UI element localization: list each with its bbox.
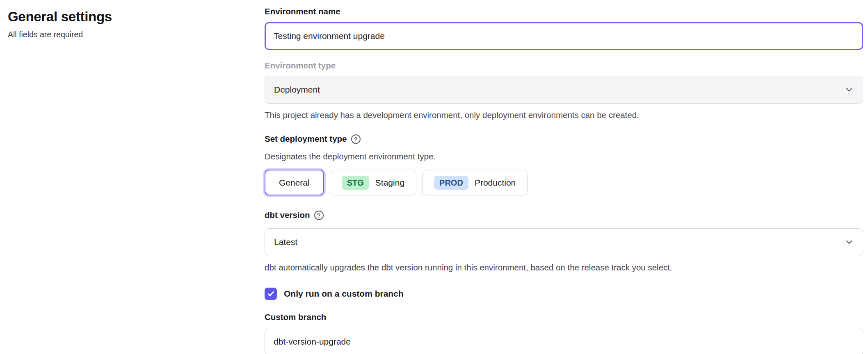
deployment-type-option-staging[interactable]: STG Staging [330, 170, 416, 195]
production-badge: PROD [434, 176, 468, 190]
settings-header: General settings All fields are required [8, 9, 112, 39]
environment-type-value: Deployment [274, 85, 320, 95]
staging-badge: STG [342, 176, 369, 190]
custom-branch-input[interactable] [265, 328, 863, 354]
custom-branch-toggle-row: Only run on a custom branch [265, 288, 863, 300]
deployment-type-option-production-label: Production [475, 178, 516, 188]
page-title: General settings [8, 9, 112, 25]
deployment-type-options: General STG Staging PROD Production [265, 170, 863, 195]
environment-name-input[interactable] [265, 22, 863, 50]
deployment-type-helper: Designates the deployment environment ty… [265, 151, 863, 162]
help-icon[interactable]: ? [314, 211, 324, 220]
deployment-type-option-staging-label: Staging [375, 178, 404, 188]
dbt-version-value: Latest [274, 237, 297, 247]
deployment-type-label: Set deployment type [265, 134, 347, 144]
environment-type-label: Environment type [265, 61, 863, 71]
deployment-type-option-general-label: General [279, 178, 310, 188]
help-icon[interactable]: ? [351, 134, 361, 144]
custom-branch-label: Custom branch [265, 312, 863, 322]
environment-name-field: Environment name [265, 7, 863, 50]
custom-branch-field: Custom branch [265, 312, 863, 354]
page-subtitle: All fields are required [8, 30, 112, 39]
environment-settings-form: Environment name Environment type Deploy… [265, 7, 863, 354]
custom-branch-checkbox[interactable] [265, 288, 277, 300]
dbt-version-field: dbt version ? Latest dbt automatically u… [265, 210, 863, 273]
environment-type-field: Environment type Deployment This project… [265, 61, 863, 121]
environment-name-label: Environment name [265, 7, 863, 17]
check-icon [267, 290, 275, 298]
custom-branch-checkbox-label[interactable]: Only run on a custom branch [284, 289, 404, 299]
deployment-type-option-production[interactable]: PROD Production [422, 170, 528, 195]
environment-type-helper: This project already has a development e… [265, 109, 863, 121]
deployment-type-option-general[interactable]: General [265, 170, 324, 195]
dbt-version-label: dbt version [265, 210, 310, 220]
dbt-version-select[interactable]: Latest [265, 228, 863, 256]
environment-type-select[interactable]: Deployment [265, 76, 863, 104]
chevron-down-icon [845, 238, 854, 247]
deployment-type-field: Set deployment type ? Designates the dep… [265, 134, 863, 195]
dbt-version-helper: dbt automatically upgrades the dbt versi… [265, 262, 863, 273]
environment-settings-page: General settings All fields are required… [0, 0, 868, 354]
chevron-down-icon [845, 85, 854, 94]
